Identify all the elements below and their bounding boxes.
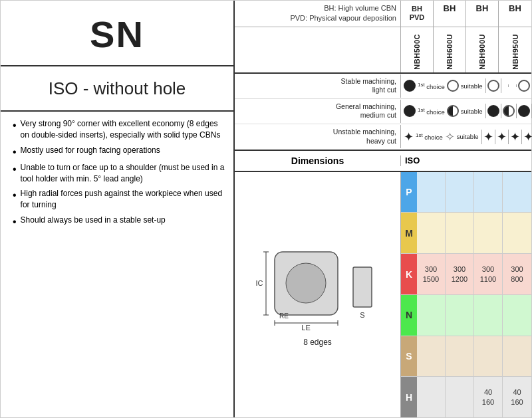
gen-cell2-icon	[503, 105, 515, 117]
mat-n-cell-3	[474, 295, 503, 336]
machining-label-stable: Stable machining, light cut	[235, 74, 401, 98]
nbh-row: NBH500C NBH600U NBH900U NBH950U	[235, 27, 531, 74]
mat-k-cell-2: 3001200	[446, 254, 474, 294]
dimensions-label: Dimensions	[235, 156, 401, 166]
feature-item-3: • Unable to turn or face up to a shoulde…	[13, 162, 225, 185]
dimensions-iso: ISO	[401, 156, 531, 165]
svg-text:S: S	[360, 311, 364, 319]
nbh-col-3: NBH900U	[466, 27, 499, 72]
bh-cols: BH PVD BH BH BH	[401, 1, 531, 27]
bh-col-4: BH	[499, 1, 531, 27]
main-container: SN ISO - without hole • Very strong 90° …	[0, 0, 532, 418]
iso-header: ISO - without hole	[1, 66, 233, 112]
data-general-1	[486, 104, 501, 118]
circle-full-gen-icon	[404, 105, 416, 117]
features-section: • Very strong 90° corner with excellent …	[1, 112, 233, 417]
bullet-3: •	[13, 163, 17, 175]
feature-item-4: • High radial forces push against the wo…	[13, 188, 225, 211]
nbh-label-2: NBH600U	[446, 34, 454, 70]
bullet-1: •	[13, 119, 17, 132]
svg-text:LE: LE	[301, 324, 310, 332]
material-values-k: 3001500 3001200 3001100 300800	[417, 254, 531, 294]
mat-k-cell-3: 3001100	[474, 254, 503, 294]
data-general-3	[517, 104, 532, 118]
circle-outline-icon	[447, 80, 459, 92]
data-stable-3	[509, 84, 517, 87]
machining-row-general: General machining, medium cut 1st choice…	[235, 99, 531, 124]
nbh-label-3: NBH900U	[478, 34, 486, 70]
suitable-text-stable: suitable	[461, 82, 483, 90]
machining-row-unstable: Unstable machining, heavy cut ✦ 1st choi…	[235, 124, 531, 150]
bh-info-line1: BH: High volume CBN	[239, 3, 396, 13]
feature-text-5: Should always be used in a stable set-up	[21, 215, 166, 226]
nbh-empty	[235, 27, 401, 72]
data-unstable-1: ✦	[482, 130, 495, 144]
feature-item-5: • Should always be used in a stable set-…	[13, 215, 225, 228]
material-row-s: S	[401, 336, 531, 377]
data-unstable-4: ✦	[522, 130, 532, 144]
material-values-s	[417, 336, 531, 377]
svg-point-1	[286, 263, 326, 303]
material-values-m	[417, 213, 531, 253]
unstable-cell3-icon: ✦	[510, 131, 520, 143]
sn-title: SN	[90, 13, 144, 56]
mat-k-cell-1: 3001500	[417, 254, 446, 294]
mat-m-cell-3	[474, 213, 503, 253]
data-stable-2	[501, 84, 509, 87]
mat-h-cell-1	[417, 377, 446, 417]
stable-cell1-icon	[487, 80, 499, 92]
mat-n-cell-4	[503, 295, 531, 336]
mat-m-cell-2	[446, 213, 474, 253]
bullet-5: •	[13, 215, 17, 228]
machining-section: Stable machining, light cut 1st choice s…	[235, 74, 531, 151]
bh-info-cell: BH: High volume CBN PVD: Physical vapour…	[235, 1, 401, 27]
data-general-2	[501, 104, 517, 118]
bullet-4: •	[13, 189, 17, 201]
feature-text-4: High radial forces push against the work…	[21, 188, 225, 211]
mat-p-cell-2	[446, 172, 474, 213]
stable-cell4-icon	[518, 80, 530, 92]
nbh-col-4: NBH950U	[499, 27, 531, 72]
sn-header: SN	[1, 1, 233, 66]
feature-text-1: Very strong 90° corner with excellent ec…	[21, 118, 225, 141]
material-row-m: M	[401, 213, 531, 254]
nbh-cols: NBH500C NBH600U NBH900U NBH950U	[401, 27, 531, 72]
mat-p-cell-4	[503, 172, 531, 213]
material-values-p	[417, 172, 531, 213]
left-panel: SN ISO - without hole • Very strong 90° …	[1, 1, 235, 417]
mat-s-cell-4	[503, 336, 531, 377]
data-stable-1	[486, 78, 501, 93]
svg-rect-11	[353, 267, 372, 307]
nbh-label-4: NBH950U	[511, 34, 519, 70]
bh-col-2: BH	[434, 1, 466, 27]
right-panel: BH: High volume CBN PVD: Physical vapour…	[235, 1, 531, 417]
gen-cell1-icon	[487, 105, 499, 117]
bh-col-3: BH	[466, 1, 499, 27]
mat-p-cell-3	[474, 172, 503, 213]
material-letter-h: H	[401, 377, 417, 417]
machining-icons-general: 1st choice suitable	[401, 104, 531, 118]
choice-general-main: 1st choice suitable	[401, 104, 486, 118]
star-outline-icon: ✧	[445, 131, 455, 143]
feature-item-1: • Very strong 90° corner with excellent …	[13, 118, 225, 141]
svg-text:IC: IC	[255, 279, 263, 287]
material-row-h: H 40160 40160	[401, 377, 531, 417]
machining-label-general: General machining, medium cut	[235, 100, 401, 123]
data-unstable-3: ✦	[509, 130, 522, 144]
material-row-p: P	[401, 172, 531, 213]
mat-n-cell-2	[446, 295, 474, 336]
choice-stable-main: 1st choice suitable	[401, 78, 486, 93]
material-values-h: 40160 40160	[417, 377, 531, 417]
mat-m-cell-4	[503, 213, 531, 253]
mat-h-cell-3: 40160	[474, 377, 503, 417]
insert-diagram: IC RE LE S	[251, 242, 384, 335]
machining-icons-stable: 1st choice suitable	[401, 78, 531, 93]
material-letter-s: S	[401, 336, 417, 377]
choice-unstable-main: ✦ 1st choice ✧ suitable	[401, 130, 482, 144]
bh-col-1: BH PVD	[401, 1, 434, 27]
material-letter-n: N	[401, 295, 417, 336]
mat-s-cell-2	[446, 336, 474, 377]
feature-item-2: • Mostly used for rough facing operation…	[13, 145, 225, 158]
unstable-cell1-icon: ✦	[483, 131, 493, 143]
dimensions-row: Dimensions ISO	[235, 151, 531, 172]
